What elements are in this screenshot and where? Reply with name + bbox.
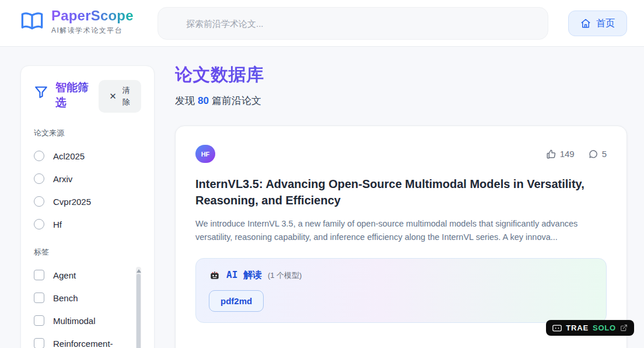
source-option-label: Cvpr2025 [53,197,91,207]
tag-option-agent[interactable]: Agent [34,270,141,280]
result-count-line: 发现80篇前沿论文 [175,94,627,107]
close-icon: ✕ [109,91,117,102]
tag-option-reinforcement[interactable]: Reinforcement- [34,338,141,348]
comments-stat: 5 [589,149,607,159]
home-button-label: 首页 [596,18,615,30]
source-option-cvpr2025[interactable]: Cvpr2025 [34,196,141,207]
model-chip-pdf2md[interactable]: pdf2md [209,290,264,312]
clear-filters-label: 清除 [122,85,131,108]
page-title: 论文数据库 [175,63,627,87]
paper-stats: 149 5 [546,149,607,159]
filter-title: 智能筛选 [55,80,92,110]
ai-box-header: AI 解读 (1 个模型) [209,269,593,281]
scrollbar-thumb[interactable] [136,274,141,348]
logo[interactable]: PaperScope AI解读学术论文平台 [20,8,134,36]
radio-icon[interactable] [34,219,44,229]
robot-icon [209,270,220,281]
tag-option-bench[interactable]: Bench [34,293,141,303]
tag-option-label: Bench [53,293,78,303]
radio-icon[interactable] [34,173,44,184]
page: PaperScope AI解读学术论文平台 首页 智能筛选 [0,0,644,348]
trae-solo-badge[interactable]: TRAE SOLO [546,320,634,336]
source-section-label: 论文来源 [34,128,141,138]
ai-interpretation-box: AI 解读 (1 个模型) pdf2md [195,258,607,323]
checkbox-icon[interactable] [34,315,44,326]
likes-count: 149 [560,149,575,159]
count-suffix: 篇前沿论文 [212,95,261,106]
app-title: PaperScope [51,8,134,24]
main-content: 论文数据库 发现80篇前沿论文 HF 149 [175,63,627,107]
external-link-icon [620,324,628,332]
tag-option-label: Multimodal [53,316,96,326]
trae-brand-label: TRAE [566,323,589,332]
search-box [158,7,548,40]
header: PaperScope AI解读学术论文平台 首页 [0,0,644,47]
thumbs-up-icon [546,149,556,159]
source-option-label: Hf [53,220,62,229]
comments-count: 5 [602,149,607,159]
search-input[interactable] [158,8,548,39]
checkbox-icon[interactable] [34,338,44,348]
source-option-acl2025[interactable]: Acl2025 [34,151,141,161]
tags-section-label: 标签 [34,247,141,257]
tag-option-label: Reinforcement- [53,339,113,348]
filter-funnel-icon [34,85,48,99]
count-prefix: 发现 [175,95,195,106]
paper-card[interactable]: HF 149 [175,126,627,348]
tags-scrollbar[interactable] [136,267,141,348]
radio-icon[interactable] [34,151,44,161]
clear-filters-button[interactable]: ✕ 清除 [99,80,141,113]
trae-product-label: SOLO [593,323,616,332]
source-option-label: Acl2025 [53,151,85,161]
ai-model-count: (1 个模型) [268,270,302,281]
home-icon [580,18,591,29]
source-option-hf[interactable]: Hf [34,219,141,229]
result-count: 80 [198,95,209,106]
trae-logo-icon [552,325,562,332]
tag-option-multimodal[interactable]: Multimodal [34,315,141,326]
book-icon [20,10,44,33]
paper-abstract: We introduce InternVL 3.5, a new family … [195,217,607,244]
app-subtitle: AI解读学术论文平台 [51,26,134,36]
source-option-label: Arxiv [53,174,72,184]
comment-icon [589,149,598,159]
paper-title[interactable]: InternVL3.5: Advancing Open-Source Multi… [195,176,607,209]
paper-card-top: HF 149 [195,145,607,163]
likes-stat: 149 [546,149,575,159]
filter-header: 智能筛选 ✕ 清除 [34,80,141,113]
checkbox-icon[interactable] [34,270,44,280]
logo-text: PaperScope AI解读学术论文平台 [51,8,134,36]
scrollbar-up-arrow-icon[interactable] [136,269,141,273]
home-button[interactable]: 首页 [568,11,627,36]
ai-box-title: AI 解读 [226,269,262,281]
radio-icon[interactable] [34,196,44,207]
filter-sidebar: 智能筛选 ✕ 清除 论文来源 Acl2025 Arxiv Cvpr2025 Hf… [20,65,155,348]
source-option-arxiv[interactable]: Arxiv [34,173,141,184]
source-badge: HF [195,145,215,163]
tag-option-label: Agent [53,270,76,280]
checkbox-icon[interactable] [34,293,44,303]
